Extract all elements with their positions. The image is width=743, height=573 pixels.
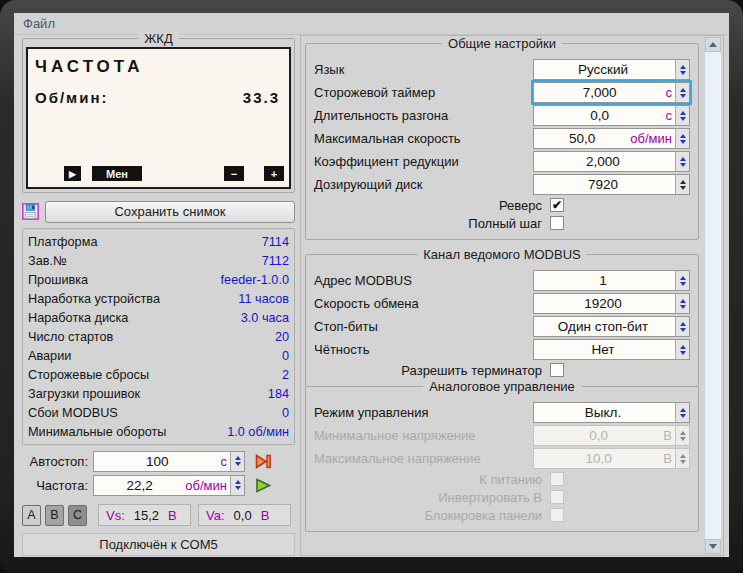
spin-down-icon[interactable]: [235, 486, 241, 490]
modbus-address-row: Адрес MODBUS 1: [314, 270, 690, 291]
ramp-duration-spinbox[interactable]: 0,0 с: [533, 105, 690, 126]
spin-buttons[interactable]: [675, 271, 689, 290]
lcd-group-title: ЖКД: [138, 31, 178, 46]
spin-buttons[interactable]: [675, 340, 689, 359]
spin-buttons[interactable]: [230, 476, 244, 495]
autostop-label: Автостоп:: [22, 454, 88, 469]
spin-down-icon[interactable]: [680, 140, 686, 144]
spin-buttons[interactable]: [675, 60, 689, 79]
spin-up-icon[interactable]: [680, 322, 686, 326]
baud-rate-spinbox[interactable]: 19200: [533, 293, 690, 314]
stop-bits-spinbox[interactable]: Один стоп-бит: [533, 316, 690, 337]
lcd-rpm-value: 33.3: [243, 89, 280, 106]
max-voltage-spinbox: 10,0 В: [533, 448, 690, 469]
spin-down-icon[interactable]: [680, 163, 686, 167]
parity-row: Чётность Нет: [314, 339, 690, 360]
prop-row-watchdog-resets: Сторожевые сбросы2: [24, 366, 293, 385]
spin-down-icon[interactable]: [680, 414, 686, 418]
prop-row-starts: Число стартов20: [24, 327, 293, 346]
save-snapshot-button[interactable]: Сохранить снимок: [45, 201, 295, 223]
modbus-address-spinbox[interactable]: 1: [533, 270, 690, 291]
spin-up-icon[interactable]: [680, 134, 686, 138]
watchdog-timer-row: Сторожевой таймер 7,000 с: [314, 82, 690, 103]
full-step-checkbox[interactable]: [550, 216, 564, 230]
full-step-row: Полный шаг: [314, 215, 690, 231]
chevron-down-icon: [709, 544, 717, 549]
spin-buttons[interactable]: [675, 83, 689, 102]
max-speed-spinbox[interactable]: 50,0 об/мин: [533, 128, 690, 149]
modbus-group-title: Канал ведомого MODBUS: [417, 247, 586, 262]
preset-b-button[interactable]: B: [45, 505, 64, 526]
control-mode-spinbox[interactable]: Выкл.: [533, 402, 690, 423]
spin-buttons[interactable]: [675, 175, 689, 194]
spin-up-icon[interactable]: [680, 88, 686, 92]
spin-down-icon[interactable]: [680, 94, 686, 98]
play-icon: [254, 477, 272, 494]
spin-down-icon[interactable]: [680, 351, 686, 355]
spin-up-icon[interactable]: [680, 65, 686, 69]
parity-spinbox[interactable]: Нет: [533, 339, 690, 360]
spin-buttons[interactable]: [675, 317, 689, 336]
spin-buttons[interactable]: [675, 129, 689, 148]
baud-rate-row: Скорость обмена 19200: [314, 293, 690, 314]
watchdog-timer-spinbox[interactable]: 7,000 с: [533, 82, 690, 103]
vertical-scrollbar[interactable]: [704, 37, 721, 554]
min-voltage-spinbox: 0,0 В: [533, 425, 690, 446]
terminator-checkbox[interactable]: [550, 363, 564, 377]
spin-buttons[interactable]: [675, 152, 689, 171]
spin-up-icon[interactable]: [680, 345, 686, 349]
spin-up-icon[interactable]: [680, 299, 686, 303]
spin-down-icon[interactable]: [235, 462, 241, 466]
spin-down-icon[interactable]: [680, 117, 686, 121]
max-voltage-row: Максимальное напряжение 10,0 В: [314, 448, 690, 469]
spin-down-icon: [680, 460, 686, 464]
skip-to-end-icon: [254, 453, 273, 470]
spin-down-icon[interactable]: [680, 282, 686, 286]
spin-up-icon[interactable]: [680, 111, 686, 115]
spin-up-icon[interactable]: [680, 276, 686, 280]
autostop-spinbox[interactable]: 100 с: [93, 451, 245, 472]
vs-voltage-display: Vs: 15,2 В: [98, 504, 191, 526]
floppy-disk-icon: [22, 203, 39, 220]
menu-bar: Файл: [14, 13, 729, 35]
menu-file[interactable]: Файл: [14, 16, 64, 31]
dosing-disk-spinbox[interactable]: 7920: [533, 174, 690, 195]
spin-buttons: [675, 426, 689, 445]
spin-up-icon[interactable]: [680, 408, 686, 412]
reverse-row: Реверс ✔: [314, 197, 690, 213]
scroll-up-button[interactable]: [705, 37, 721, 52]
spin-down-icon[interactable]: [680, 305, 686, 309]
preset-a-button[interactable]: A: [22, 505, 41, 526]
spin-buttons[interactable]: [675, 106, 689, 125]
lcd-line2: Об/мин: 33.3: [35, 89, 280, 106]
stop-bits-row: Стоп-биты Один стоп-бит: [314, 316, 690, 337]
spin-up-icon: [680, 454, 686, 458]
spin-up-icon[interactable]: [680, 157, 686, 161]
lcd-line1: ЧАСТОТА: [35, 57, 143, 77]
panel-lock-row: Блокировка панели: [314, 507, 690, 523]
reverse-checkbox[interactable]: ✔: [550, 198, 564, 212]
dosing-disk-row: Дозирующий диск 7920: [314, 174, 690, 195]
reduction-ratio-spinbox[interactable]: 2,000: [533, 151, 690, 172]
spin-up-icon[interactable]: [235, 480, 241, 484]
spin-buttons[interactable]: [675, 294, 689, 313]
run-to-stop-button[interactable]: [251, 450, 275, 472]
spin-buttons[interactable]: [675, 403, 689, 422]
prop-row-modbus-errors: Сбои MODBUS0: [24, 404, 293, 423]
spin-up-icon[interactable]: [235, 456, 241, 460]
frequency-spinbox[interactable]: 22,2 об/мин: [93, 475, 245, 496]
language-spinbox[interactable]: Русский: [533, 59, 690, 80]
spin-down-icon[interactable]: [680, 186, 686, 190]
analog-control-group: Аналоговое управление Режим управления В…: [305, 386, 699, 532]
spin-up-icon[interactable]: [680, 180, 686, 184]
max-speed-row: Максимальная скорость 50,0 об/мин: [314, 128, 690, 149]
spin-buttons[interactable]: [230, 452, 244, 471]
spin-down-icon[interactable]: [680, 328, 686, 332]
start-button[interactable]: [251, 474, 275, 496]
spin-down-icon[interactable]: [680, 71, 686, 75]
preset-c-button[interactable]: C: [68, 505, 87, 526]
spin-buttons: [675, 449, 689, 468]
scroll-down-button[interactable]: [705, 539, 721, 554]
prop-row-disk-hours: Наработка диска3.0 часа: [24, 308, 293, 327]
prop-row-alarms: Аварии0: [24, 347, 293, 366]
